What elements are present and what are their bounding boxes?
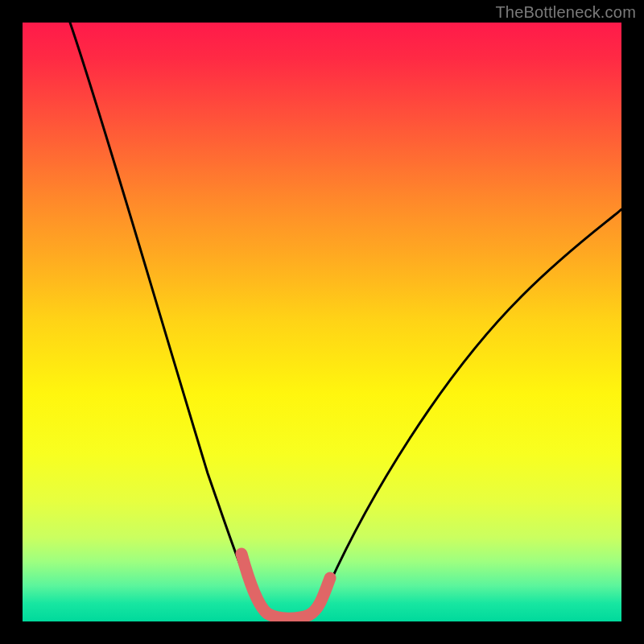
chart-frame: TheBottleneck.com (0, 0, 644, 644)
plot-area (23, 23, 621, 621)
optimal-range-highlight (242, 554, 330, 618)
watermark-text: TheBottleneck.com (495, 3, 636, 22)
bottleneck-curve (70, 23, 621, 617)
curve-layer (23, 23, 621, 621)
